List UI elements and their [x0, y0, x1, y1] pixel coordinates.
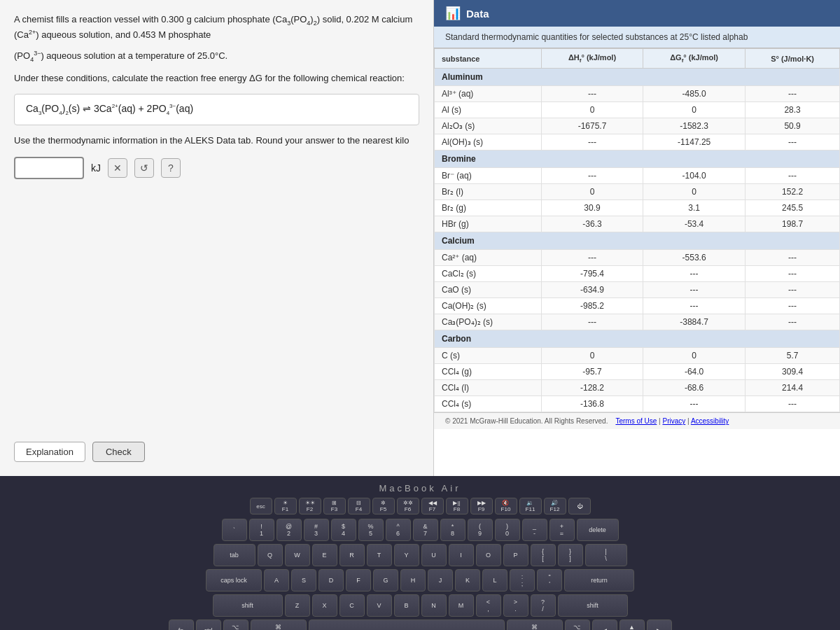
key-e[interactable]: E [312, 544, 337, 566]
key-ctrl[interactable]: ctrl [196, 620, 221, 630]
key-v[interactable]: V [367, 594, 392, 617]
key-9[interactable]: (9 [468, 519, 493, 541]
key-rcmd[interactable]: ⌘cmd [507, 620, 563, 630]
key-lcmd[interactable]: ⌘cmd [251, 620, 307, 630]
key-backtick[interactable]: ` [222, 519, 247, 541]
key-n[interactable]: N [421, 594, 447, 617]
explanation-button[interactable]: Explanation [14, 442, 85, 462]
key-5[interactable]: %5 [358, 519, 384, 541]
under-text: Under these conditions, calculate the re… [14, 71, 419, 85]
key-caps[interactable]: caps lock [206, 569, 262, 592]
key-period[interactable]: >. [503, 594, 528, 617]
key-lbracket[interactable]: {[ [531, 544, 556, 566]
key-o[interactable]: O [476, 544, 501, 566]
left-panel: A chemist fills a reaction vessel with 0… [0, 0, 434, 476]
table-cell: Al (s) [435, 102, 542, 118]
key-space[interactable] [309, 620, 505, 630]
table-cell: HBr (g) [435, 216, 542, 232]
key-u[interactable]: U [421, 544, 447, 566]
key-6[interactable]: ^6 [386, 519, 411, 541]
key-right[interactable]: ▶ [647, 620, 672, 630]
key-return[interactable]: return [564, 569, 634, 592]
key-f10[interactable]: 🔇F10 [495, 498, 517, 514]
accessibility-link[interactable]: Accessibility [691, 417, 729, 425]
key-semicolon[interactable]: :; [510, 569, 535, 592]
screen: A chemist fills a reaction vessel with 0… [0, 0, 840, 476]
key-f4[interactable]: ⊟F4 [348, 498, 370, 514]
key-8[interactable]: *8 [440, 519, 465, 541]
key-backslash[interactable]: |\ [585, 544, 627, 566]
key-rbracket[interactable]: }] [558, 544, 583, 566]
key-left[interactable]: ◀ [592, 620, 617, 630]
key-2[interactable]: @2 [276, 519, 302, 541]
key-j[interactable]: J [428, 569, 453, 592]
key-f11[interactable]: 🔉F11 [519, 498, 542, 514]
key-m[interactable]: M [449, 594, 474, 617]
key-g[interactable]: G [373, 569, 398, 592]
terms-link[interactable]: Terms of Use [615, 417, 657, 425]
key-t[interactable]: T [367, 544, 392, 566]
key-lshift[interactable]: shift [213, 594, 283, 617]
key-f[interactable]: F [346, 569, 371, 592]
table-cell: CaO (s) [435, 282, 542, 298]
key-f9[interactable]: ▶▶F9 [470, 498, 493, 514]
key-c[interactable]: C [340, 594, 365, 617]
key-f7[interactable]: ◀◀F7 [421, 498, 444, 514]
key-f3[interactable]: ⊞F3 [323, 498, 346, 514]
key-rshift[interactable]: shift [558, 594, 628, 617]
key-s[interactable]: S [291, 569, 316, 592]
key-q[interactable]: Q [258, 544, 283, 566]
undo-button[interactable]: ↺ [134, 158, 154, 178]
table-row: CCl₄ (s)-136.8------ [435, 396, 840, 412]
key-updown[interactable]: ▲▼ [620, 620, 645, 630]
key-d[interactable]: D [318, 569, 344, 592]
close-button[interactable]: ✕ [108, 158, 127, 178]
table-row: Br₂ (l)00152.2 [435, 184, 840, 200]
check-button[interactable]: Check [92, 442, 145, 462]
key-minus[interactable]: _- [522, 519, 547, 541]
key-a[interactable]: A [264, 569, 289, 592]
key-h[interactable]: H [400, 569, 426, 592]
key-esc[interactable]: esc [250, 498, 272, 514]
key-f1[interactable]: ☀F1 [274, 498, 297, 514]
key-f5[interactable]: ✲F5 [372, 498, 395, 514]
key-4[interactable]: $4 [331, 519, 356, 541]
key-0[interactable]: )0 [495, 519, 520, 541]
key-f2[interactable]: ☀☀F2 [299, 498, 321, 514]
key-delete[interactable]: delete [577, 519, 619, 541]
key-f8[interactable]: ▶||F8 [446, 498, 468, 514]
key-b[interactable]: B [394, 594, 419, 617]
question-button[interactable]: ? [161, 158, 181, 178]
table-cell: --- [746, 282, 840, 298]
key-lopt[interactable]: ⌥opt [223, 620, 248, 630]
row-1: ` !1 @2 #3 $4 %5 ^6 &7 *8 (9 )0 _- += de… [222, 519, 619, 541]
key-tab[interactable]: tab [214, 544, 255, 566]
key-3[interactable]: #3 [304, 519, 329, 541]
key-7[interactable]: &7 [413, 519, 438, 541]
answer-row: kJ ✕ ↺ ? [14, 157, 419, 179]
key-equals[interactable]: += [550, 519, 575, 541]
key-r[interactable]: R [340, 544, 365, 566]
key-power[interactable]: ⏻ [568, 498, 591, 514]
table-row: Br₂ (g)30.93.1245.5 [435, 200, 840, 216]
key-y[interactable]: Y [394, 544, 419, 566]
answer-input[interactable] [14, 157, 84, 179]
reaction-equation: Ca3(PO4)2(s) ⇌ 3Ca2+(aq) + 2PO43−(aq) [14, 94, 419, 125]
key-x[interactable]: X [312, 594, 337, 617]
key-i[interactable]: I [449, 544, 474, 566]
key-f12[interactable]: 🔊F12 [544, 498, 566, 514]
key-slash[interactable]: ?/ [531, 594, 556, 617]
key-fn[interactable]: fn [169, 620, 194, 630]
key-ropt[interactable]: ⌥opt [565, 620, 590, 630]
key-k[interactable]: K [455, 569, 480, 592]
key-quote[interactable]: "' [537, 569, 562, 592]
key-l[interactable]: L [482, 569, 507, 592]
key-1[interactable]: !1 [249, 519, 274, 541]
key-z[interactable]: Z [285, 594, 310, 617]
privacy-link[interactable]: Privacy [662, 417, 685, 425]
key-p[interactable]: P [503, 544, 528, 566]
key-w[interactable]: W [285, 544, 310, 566]
key-comma[interactable]: <, [476, 594, 501, 617]
unit-label: kJ [91, 162, 101, 174]
key-f6[interactable]: ✲✲F6 [397, 498, 419, 514]
